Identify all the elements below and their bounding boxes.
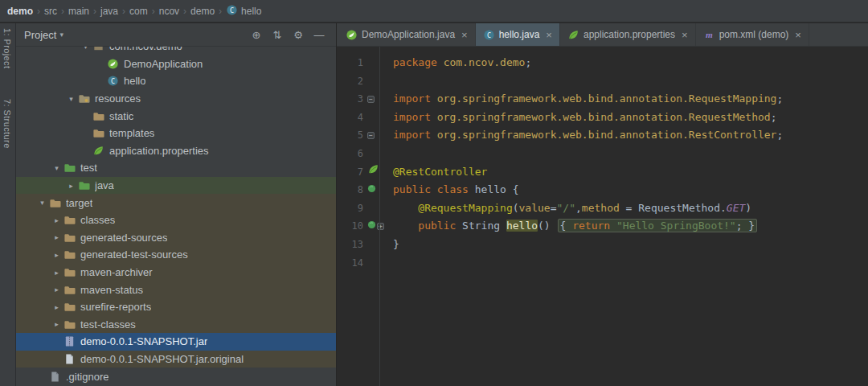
panel-toolbar: ⊕⇅⚙— (246, 29, 330, 41)
fold-open-icon[interactable]: − (367, 96, 375, 103)
tab-label: application.properties (583, 29, 675, 40)
code-line-13[interactable]: 13} (337, 236, 868, 254)
code-text (382, 254, 393, 273)
collapsed-arrow-icon[interactable]: ▸ (50, 285, 63, 294)
breadcrumb-item-demo[interactable]: demo (6, 6, 34, 17)
tree-item-maven-status[interactable]: ▸maven-status (16, 281, 336, 298)
code-line-3[interactable]: 3−import org.springframework.web.bind.an… (337, 90, 868, 109)
tree-item-target[interactable]: ▾target (16, 194, 336, 211)
hide-icon[interactable]: — (309, 29, 330, 41)
folded-code-region[interactable]: { return "Hello SpringBoot!"; } (558, 219, 758, 232)
collapsed-arrow-icon[interactable]: ▸ (50, 251, 63, 259)
locate-icon[interactable]: ⊕ (246, 29, 267, 41)
editor-tab-application-properties[interactable]: application.properties× (560, 23, 696, 46)
code-line-14[interactable]: 14 (337, 254, 868, 273)
editor-tab-hello-java[interactable]: Chello.java× (476, 23, 560, 46)
code-token: = (551, 202, 557, 214)
code-line-7[interactable]: 7@RestController (337, 163, 868, 182)
close-icon[interactable]: × (546, 29, 552, 41)
expanded-arrow-icon[interactable]: ▾ (50, 164, 63, 172)
tree-item-label: demo-0.0.1-SNAPSHOT.jar.original (80, 353, 244, 365)
expanded-arrow-icon[interactable]: ▾ (79, 47, 92, 51)
breadcrumb-item-ncov[interactable]: ncov (158, 6, 180, 17)
expanded-arrow-icon[interactable]: ▾ (35, 199, 49, 207)
line-number: 2 (337, 72, 366, 91)
tree-item-test[interactable]: ▾test (16, 159, 336, 177)
gutter-cell: + (366, 217, 382, 236)
breadcrumb-label: demo (7, 6, 33, 17)
tree-item-label: target (66, 197, 92, 209)
breadcrumb-item-java[interactable]: java (100, 6, 119, 17)
close-icon[interactable]: × (461, 29, 468, 41)
tab-label: pom.xml (demo) (719, 29, 789, 40)
breadcrumb-label: main (68, 6, 89, 17)
tree-item-label: java (95, 179, 114, 191)
collapsed-arrow-icon[interactable]: ▸ (50, 320, 63, 328)
tree-item-classes[interactable]: ▸classes (16, 211, 336, 229)
code-line-1[interactable]: 1package com.ncov.demo; (337, 54, 868, 72)
code-token: ) (745, 202, 751, 214)
tree-item-application-properties[interactable]: application.properties (16, 142, 336, 160)
code-editor[interactable]: 1package com.ncov.demo;23−import org.spr… (337, 47, 868, 386)
tree-item-test-classes[interactable]: ▸test-classes (16, 316, 336, 334)
breadcrumb-item-main[interactable]: main (68, 6, 90, 17)
code-line-6[interactable]: 6 (337, 145, 868, 163)
line-number: 10 (337, 217, 366, 236)
fold-open-icon[interactable]: − (367, 132, 375, 139)
close-icon[interactable]: × (682, 29, 688, 41)
breadcrumb-item-demo[interactable]: demo (190, 6, 215, 17)
tree-item-static[interactable]: static (16, 107, 336, 125)
code-lines: 1package com.ncov.demo;23−import org.spr… (337, 47, 868, 272)
code-line-2[interactable]: 2 (337, 72, 868, 91)
spring-bean-gutter-icon (367, 181, 376, 199)
collapse-all-icon[interactable]: ⇅ (267, 29, 288, 41)
code-line-9[interactable]: 9 @RequestMapping(value="/",method = Req… (337, 199, 868, 218)
tree-item-generated-sources[interactable]: ▸generated-sources (16, 229, 336, 247)
expanded-arrow-icon[interactable]: ▾ (64, 95, 78, 103)
tree-item-resources[interactable]: ▾resources (16, 90, 336, 108)
tree-item-label: com.ncov.demo (109, 47, 182, 52)
tree-item-java[interactable]: ▸java (16, 177, 336, 195)
collapsed-arrow-icon[interactable]: ▸ (50, 303, 63, 311)
breadcrumb-item-com[interactable]: com (129, 6, 149, 17)
tree-item-templates[interactable]: templates (16, 125, 336, 142)
code-line-5[interactable]: 5−import org.springframework.web.bind.an… (337, 126, 868, 145)
code-line-10[interactable]: 10+ public String hello() { return "Hell… (337, 217, 868, 236)
tool-window-tab-1-project[interactable]: 1: Project (2, 28, 12, 68)
tree-item-surefire-reports[interactable]: ▸surefire-reports (16, 298, 336, 316)
editor-tab-demoapplication-java[interactable]: DemoApplication.java× (338, 23, 476, 46)
line-number: 8 (337, 181, 366, 199)
tree-item-demo-0-0-1-snapshot-jar-original[interactable]: demo-0.0.1-SNAPSHOT.jar.original (16, 351, 336, 368)
settings-icon[interactable]: ⚙ (288, 29, 309, 41)
code-line-4[interactable]: 4import org.springframework.web.bind.ann… (337, 109, 868, 127)
folder-test-icon (78, 179, 90, 191)
ide-window: demo›src›main›java›com›ncov›demo›Chello … (0, 0, 868, 386)
close-icon[interactable]: × (795, 29, 801, 41)
tree-item-demo-0-0-1-snapshot-jar[interactable]: demo-0.0.1-SNAPSHOT.jar (16, 333, 336, 351)
breadcrumb-item-src[interactable]: src (43, 6, 58, 17)
spring-leaf-gutter-icon (367, 163, 379, 182)
collapsed-arrow-icon[interactable]: ▸ (50, 216, 63, 224)
breadcrumb-label: src (44, 6, 57, 17)
tree-item-gitignore[interactable]: .gitignore (16, 368, 336, 385)
code-text (382, 72, 393, 91)
collapsed-arrow-icon[interactable]: ▸ (64, 182, 78, 190)
tree-item-label: hello (124, 75, 145, 87)
folder-test-icon (63, 162, 76, 174)
tree-item-generated-test-sources[interactable]: ▸generated-test-sources (16, 246, 336, 264)
tree-item-com-ncov-demo[interactable]: ▾com.ncov.demo (16, 47, 336, 55)
folder-icon (63, 301, 76, 313)
tool-window-tab-7-structure[interactable]: 7: Structure (2, 99, 12, 149)
editor-tab-pom-xml-demo[interactable]: mpom.xml (demo)× (696, 23, 809, 46)
collapsed-arrow-icon[interactable]: ▸ (50, 269, 63, 277)
code-token: . (720, 202, 727, 214)
code-line-8[interactable]: 8public class hello { (337, 181, 868, 199)
tree-item-maven-archiver[interactable]: ▸maven-archiver (16, 264, 336, 281)
tree-item-hello[interactable]: Chello (16, 72, 336, 90)
code-token: RequestMethod (638, 202, 720, 214)
code-text: } (382, 236, 399, 254)
project-panel-title[interactable]: Project (24, 29, 56, 41)
breadcrumb-item-hello[interactable]: Chello (225, 4, 262, 18)
tree-item-demoapplication[interactable]: DemoApplication (16, 55, 336, 73)
collapsed-arrow-icon[interactable]: ▸ (50, 233, 63, 241)
